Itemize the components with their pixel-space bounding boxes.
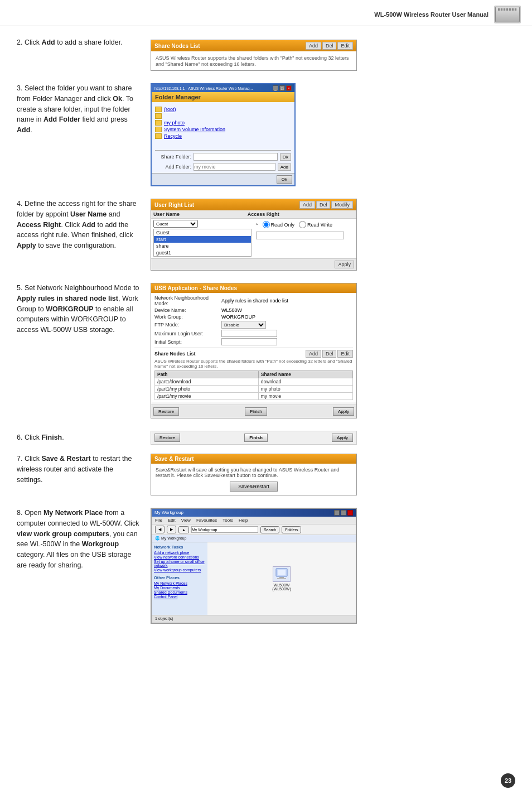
usb-footer: Restore Finish Apply [151, 405, 356, 418]
menu-help[interactable]: Help [239, 518, 248, 523]
user-item-4[interactable]: guest1 [154, 249, 251, 256]
max-login-input[interactable] [221, 330, 277, 337]
mnp-close-btn[interactable] [347, 510, 353, 516]
menu-edit[interactable]: Edit [168, 518, 176, 523]
folder-icon-5 [155, 133, 162, 139]
share-nodes-del-btn[interactable]: Del [322, 42, 337, 50]
fm-folder-sysinfo[interactable]: System Volume Information [155, 127, 291, 132]
fm-share-folder-input[interactable] [194, 153, 278, 161]
fm-minimize-btn[interactable]: _ [273, 85, 278, 91]
step-4-image: User Right List Add Del Modify User Name… [151, 199, 515, 271]
menu-view[interactable]: View [181, 518, 191, 523]
finish-restore-btn[interactable]: Restore [154, 434, 180, 442]
sidebar-control-panel[interactable]: Control Panel [154, 595, 205, 599]
step-5-text: 5. Set Network Neighbourhood Mode to App… [17, 283, 139, 335]
user-item-3[interactable]: share [154, 243, 251, 249]
menu-tools[interactable]: Tools [223, 518, 233, 523]
fm-title: Folder Manager [155, 94, 201, 100]
fm-save-btn[interactable]: Ok [277, 175, 292, 184]
mnp-title: My Workgroup [154, 510, 183, 516]
address-bar[interactable] [191, 526, 258, 533]
save-restart-title: Save & Restart [154, 456, 194, 462]
save-restart-btn[interactable]: Save&Restart [230, 482, 278, 492]
share-nodes-edit-btn[interactable]: Edit [337, 42, 353, 50]
sidebar-shared-docs[interactable]: Shared Documents [154, 590, 205, 594]
fm-maximize-btn[interactable]: □ [279, 85, 285, 91]
usb-finish-btn[interactable]: Finish [245, 407, 267, 416]
read-write-label: Read Write [299, 221, 332, 228]
sidebar-home-network[interactable]: Set up a home or small office network [154, 560, 205, 567]
user-select[interactable]: Guest [153, 220, 198, 228]
usb-restore-btn[interactable]: Restore [153, 407, 179, 416]
wl500w-item[interactable]: WL500W(WL500W) [272, 566, 291, 591]
step-4-content: 4. Define the access right for the share… [17, 200, 137, 249]
folder-manager-screenshot: http://192.168.1.1 - ASUS Wireless Route… [151, 83, 296, 186]
ftp-mode-row: FTP Mode: Disable Enable [154, 321, 353, 329]
access-value-input[interactable] [256, 232, 344, 239]
user-right-panel: User Right List Add Del Modify User Name… [151, 199, 357, 271]
user-right-modify-btn[interactable]: Modify [331, 201, 353, 209]
menu-file[interactable]: File [155, 518, 162, 523]
fm-ok-btn[interactable]: Ok [280, 153, 291, 161]
sn-edit-btn[interactable]: Edit [337, 350, 353, 358]
read-only-radio[interactable] [263, 221, 270, 228]
path-row-2: /part1/my photo my photo [155, 386, 353, 393]
fm-folder-recycle-label: Recycle [164, 133, 182, 139]
step-2-text: 2. Click Add to add a share folder. [17, 37, 139, 48]
sidebar-workgroup[interactable]: View workgroup computers [154, 568, 205, 572]
fm-body: (root) my photo System Volume Informatio… [152, 104, 294, 173]
sidebar-add-network[interactable]: Add a network place [154, 551, 205, 555]
ftp-select[interactable]: Disable Enable [221, 321, 266, 329]
path-row-3: /part1/my movie my movie [155, 393, 353, 400]
step-8-content: 8. Open My Network Place from a computer… [17, 509, 139, 569]
fm-folder-root-label: (root) [164, 107, 176, 112]
fm-share-folder-row: Share Folder: Ok [155, 153, 291, 161]
step-5-content: 5. Set Network Neighbourhood Mode to App… [17, 284, 139, 334]
other-places-title: Other Places [154, 575, 205, 580]
initial-input[interactable] [221, 338, 277, 345]
shared-2: my photo [258, 386, 352, 393]
fm-folder-blank[interactable] [155, 113, 291, 119]
user-item-2[interactable]: start [154, 236, 251, 243]
share-nodes-panel: Share Nodes List Add Del Edit ASUS Wirel… [151, 40, 357, 71]
fm-folder-myphoto[interactable]: my photo [155, 120, 291, 126]
sidebar-my-network[interactable]: My Network Places [154, 581, 205, 585]
shared-1: download [258, 378, 352, 386]
read-write-radio[interactable] [299, 221, 306, 228]
menu-favourites[interactable]: Favourites [196, 518, 217, 523]
col-access: Access Right [245, 210, 356, 219]
sidebar-network-connections[interactable]: View network connections [154, 555, 205, 559]
search-btn[interactable]: Search [260, 526, 279, 533]
step-8-image: My Workgroup File Edit View Favourites T… [151, 508, 515, 624]
fm-folder-root[interactable]: (root) [155, 107, 291, 112]
back-btn[interactable]: ◀ [155, 526, 165, 533]
step-6-content: 6. Click Finish. [17, 434, 64, 441]
user-right-apply-btn[interactable]: Apply [335, 261, 354, 268]
sn-add-btn[interactable]: Add [306, 350, 321, 358]
fm-add-btn[interactable]: Add [278, 163, 291, 171]
share-nodes-add-btn[interactable]: Add [306, 42, 321, 50]
fm-header: Folder Manager [152, 92, 294, 102]
path-2: /part1/my photo [155, 386, 259, 393]
mnp-maximize-btn[interactable] [341, 510, 346, 516]
mnp-minimize-btn[interactable] [334, 510, 340, 516]
folder-icon-4 [155, 127, 162, 132]
usb-apply-btn[interactable]: Apply [333, 407, 354, 416]
sn-del-btn[interactable]: Del [322, 350, 337, 358]
user-right-del-btn[interactable]: Del [316, 201, 331, 209]
fm-folder-recycle[interactable]: Recycle [155, 133, 291, 139]
user-item-1[interactable]: Guest [154, 229, 251, 236]
folders-btn[interactable]: Folders [282, 526, 301, 533]
save-restart-btn-area: Save&Restart [156, 482, 352, 492]
header-title: WL-500W Wireless Router User Manual [374, 11, 489, 18]
read-only-label: Read Only [263, 221, 295, 228]
finish-apply-btn[interactable]: Apply [332, 434, 353, 442]
finish-finish-btn[interactable]: Finish [244, 434, 268, 442]
forward-btn[interactable]: ▶ [167, 526, 176, 533]
user-right-add-btn[interactable]: Add [299, 201, 315, 209]
fm-add-folder-input[interactable] [194, 163, 275, 171]
wl500w-label: WL500W(WL500W) [272, 583, 291, 591]
sidebar-my-docs[interactable]: My Documents [154, 586, 205, 590]
fm-close-btn[interactable]: × [286, 85, 292, 91]
up-btn[interactable]: ▲ [178, 526, 189, 533]
